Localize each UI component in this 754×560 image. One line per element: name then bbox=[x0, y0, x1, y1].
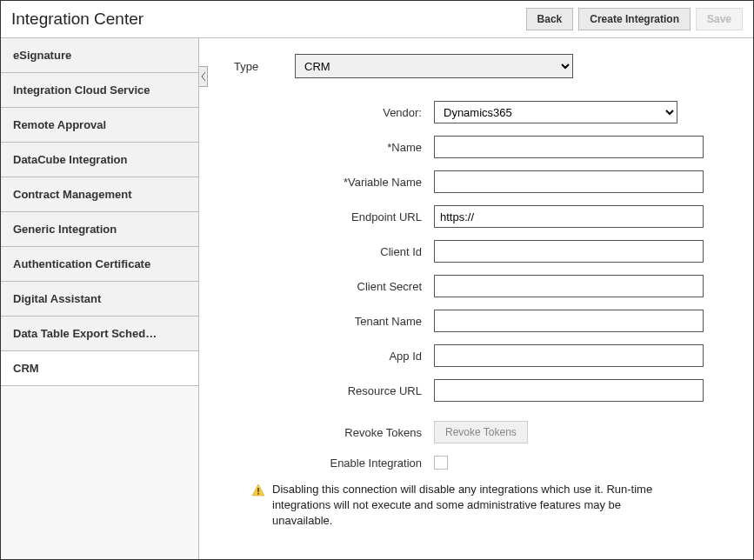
variable-name-row: *Variable Name bbox=[277, 170, 727, 193]
client-secret-label: Client Secret bbox=[277, 280, 434, 293]
endpoint-url-label: Endpoint URL bbox=[277, 210, 434, 223]
sidebar-item-esignature[interactable]: eSignature bbox=[1, 38, 198, 73]
app-id-label: App Id bbox=[277, 350, 434, 363]
vendor-select[interactable]: Dynamics365 bbox=[434, 101, 677, 123]
revoke-tokens-row: Revoke Tokens Revoke Tokens bbox=[277, 421, 727, 443]
body: eSignature Integration Cloud Service Rem… bbox=[1, 38, 753, 560]
save-button: Save bbox=[696, 8, 743, 30]
client-secret-input[interactable] bbox=[434, 275, 704, 297]
sidebar-item-contract-management[interactable]: Contract Management bbox=[1, 177, 198, 212]
enable-integration-checkbox[interactable] bbox=[434, 456, 448, 470]
back-button[interactable]: Back bbox=[526, 8, 574, 30]
app-frame: Integration Center Back Create Integrati… bbox=[0, 0, 754, 560]
revoke-tokens-label: Revoke Tokens bbox=[277, 426, 434, 439]
name-label: *Name bbox=[277, 141, 434, 154]
client-id-row: Client Id bbox=[277, 240, 727, 263]
main-content: Type CRM Vendor: Dynamics365 *Name bbox=[199, 38, 753, 560]
endpoint-url-input[interactable] bbox=[434, 205, 704, 228]
sidebar-item-authentication-certificate[interactable]: Authentication Certificate bbox=[1, 247, 198, 282]
sidebar-item-integration-cloud-service[interactable]: Integration Cloud Service bbox=[1, 73, 198, 108]
enable-integration-label: Enable Integration bbox=[277, 457, 434, 470]
sidebar-item-generic-integration[interactable]: Generic Integration bbox=[1, 212, 198, 247]
svg-rect-1 bbox=[257, 493, 259, 495]
sidebar-item-digital-assistant[interactable]: Digital Assistant bbox=[1, 282, 198, 317]
vendor-row: Vendor: Dynamics365 bbox=[277, 101, 727, 123]
form-fields: Vendor: Dynamics365 *Name *Variable Name… bbox=[277, 101, 727, 470]
name-input[interactable] bbox=[434, 136, 704, 158]
name-row: *Name bbox=[277, 136, 727, 158]
sidebar-collapse-handle[interactable] bbox=[199, 66, 208, 87]
type-label: Type bbox=[234, 60, 286, 73]
resource-url-label: Resource URL bbox=[277, 384, 434, 397]
sidebar-item-data-table-export-sched[interactable]: Data Table Export Sched… bbox=[1, 317, 198, 351]
sidebar: eSignature Integration Cloud Service Rem… bbox=[1, 38, 199, 560]
page-title: Integration Center bbox=[11, 10, 143, 29]
chevron-left-icon bbox=[201, 70, 206, 83]
header-buttons: Back Create Integration Save bbox=[526, 8, 743, 30]
client-id-label: Client Id bbox=[277, 245, 434, 258]
resource-url-input[interactable] bbox=[434, 379, 704, 402]
tenant-name-label: Tenant Name bbox=[277, 315, 434, 328]
tenant-name-input[interactable] bbox=[434, 310, 704, 332]
resource-url-row: Resource URL bbox=[277, 379, 727, 402]
app-id-input[interactable] bbox=[434, 344, 704, 367]
client-id-input[interactable] bbox=[434, 240, 704, 263]
warning-text: Disabling this connection will disable a… bbox=[272, 482, 669, 530]
warning-icon bbox=[251, 483, 265, 500]
sidebar-item-datacube-integration[interactable]: DataCube Integration bbox=[1, 143, 198, 177]
tenant-name-row: Tenant Name bbox=[277, 310, 727, 332]
warning-message: Disabling this connection will disable a… bbox=[251, 482, 669, 530]
type-row: Type CRM bbox=[234, 54, 727, 78]
client-secret-row: Client Secret bbox=[277, 275, 727, 297]
enable-integration-row: Enable Integration bbox=[277, 456, 727, 470]
variable-name-label: *Variable Name bbox=[277, 176, 434, 189]
revoke-tokens-button[interactable]: Revoke Tokens bbox=[434, 421, 528, 443]
app-id-row: App Id bbox=[277, 344, 727, 367]
type-select[interactable]: CRM bbox=[295, 54, 573, 78]
header-bar: Integration Center Back Create Integrati… bbox=[1, 1, 753, 38]
endpoint-url-row: Endpoint URL bbox=[277, 205, 727, 228]
sidebar-item-remote-approval[interactable]: Remote Approval bbox=[1, 108, 198, 143]
variable-name-input[interactable] bbox=[434, 170, 704, 193]
create-integration-button[interactable]: Create Integration bbox=[578, 8, 691, 30]
svg-rect-0 bbox=[257, 488, 259, 492]
vendor-label: Vendor: bbox=[277, 106, 434, 119]
sidebar-item-crm[interactable]: CRM bbox=[1, 351, 198, 386]
